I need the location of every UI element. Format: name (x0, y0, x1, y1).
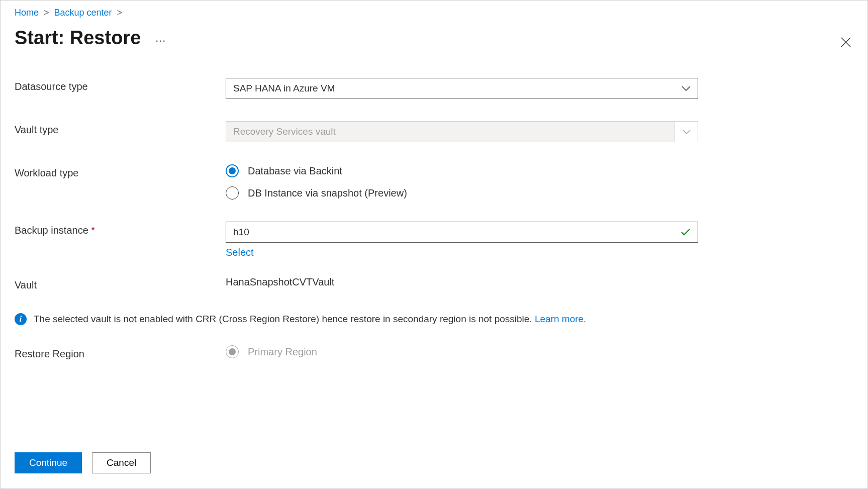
vault-label: Vault (15, 276, 226, 291)
checkmark-icon (681, 228, 691, 236)
chevron-down-icon (682, 86, 691, 91)
learn-more-link[interactable]: Learn more. (535, 314, 586, 324)
workload-radio-backint-label: Database via Backint (248, 165, 342, 177)
footer-bar: Continue Cancel (1, 437, 867, 488)
more-actions-icon[interactable]: … (155, 32, 167, 45)
info-icon: i (15, 313, 27, 325)
continue-button[interactable]: Continue (15, 452, 82, 473)
page-title: Start: Restore (15, 27, 141, 49)
radio-disabled-selected-icon (226, 345, 239, 358)
restore-region-radio-primary: Primary Region (226, 345, 698, 358)
workload-radio-backint[interactable]: Database via Backint (226, 164, 698, 177)
datasource-type-value: SAP HANA in Azure VM (233, 83, 335, 94)
vault-type-select: Recovery Services vault (226, 121, 698, 142)
breadcrumb: Home > Backup center > (1, 1, 867, 18)
chevron-right-icon: > (44, 8, 49, 18)
chevron-right-icon: > (117, 8, 123, 18)
close-icon[interactable] (838, 35, 853, 50)
select-instance-link[interactable]: Select (226, 247, 254, 258)
backup-instance-label: Backup instance * (15, 222, 226, 236)
cancel-button[interactable]: Cancel (92, 452, 151, 473)
vault-type-value: Recovery Services vault (233, 126, 336, 137)
backup-instance-value: h10 (233, 227, 249, 238)
required-asterisk: * (91, 225, 95, 236)
radio-unselected-icon (226, 186, 239, 200)
chevron-down-icon (683, 130, 691, 134)
backup-instance-input[interactable]: h10 (226, 222, 698, 243)
info-message-text: The selected vault is not enabled with C… (34, 314, 535, 324)
workload-radio-snapshot[interactable]: DB Instance via snapshot (Preview) (226, 186, 698, 200)
workload-radio-snapshot-label: DB Instance via snapshot (Preview) (248, 187, 407, 199)
breadcrumb-home[interactable]: Home (15, 8, 39, 18)
radio-selected-icon (226, 164, 239, 177)
datasource-type-label: Datasource type (15, 78, 226, 92)
workload-type-label: Workload type (15, 164, 226, 179)
datasource-type-select[interactable]: SAP HANA in Azure VM (226, 78, 698, 99)
vault-value: HanaSnapshotCVTVault (226, 276, 698, 288)
vault-type-label: Vault type (15, 121, 226, 136)
restore-region-label: Restore Region (15, 345, 226, 360)
crr-info-banner: i The selected vault is not enabled with… (1, 313, 867, 325)
breadcrumb-backup-center[interactable]: Backup center (54, 8, 112, 18)
restore-region-primary-label: Primary Region (248, 346, 317, 358)
